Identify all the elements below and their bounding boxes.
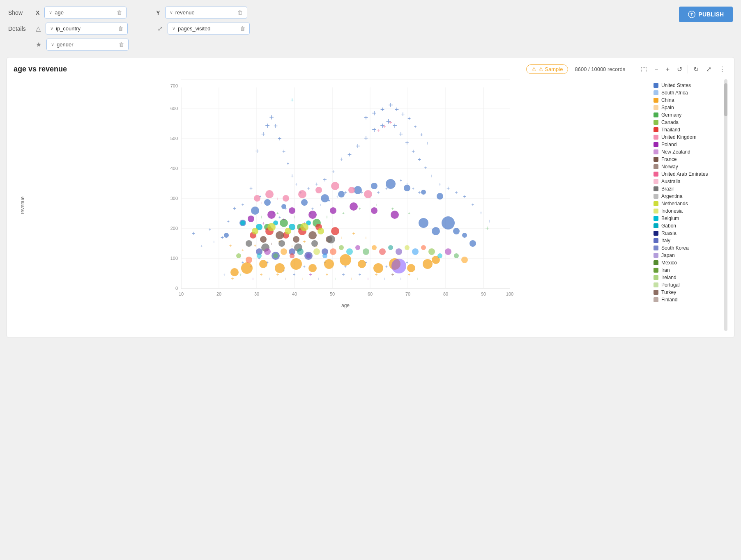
legend-label: United States [661, 83, 691, 88]
legend-color-swatch [654, 268, 658, 273]
color-field-selector[interactable]: ∨ ip_country 🗑 [46, 23, 128, 34]
svg-text:+: + [358, 206, 361, 212]
svg-point-218 [278, 240, 285, 247]
svg-point-238 [281, 248, 287, 255]
legend-color-swatch [654, 157, 658, 162]
legend-container: United States South Africa China Spain G… [649, 79, 727, 331]
refresh-button[interactable]: ↻ [691, 64, 701, 74]
legend-item: Thailand [654, 127, 718, 133]
legend-item: Iran [654, 267, 718, 273]
zoom-out-button[interactable]: − [652, 64, 660, 74]
legend-color-swatch [654, 194, 658, 199]
legend-color-swatch [654, 83, 658, 88]
more-button[interactable]: ⋮ [717, 64, 727, 74]
legend-label: Russia [661, 230, 677, 236]
svg-text:+: + [388, 101, 393, 110]
svg-text:+: + [389, 119, 392, 126]
svg-point-129 [432, 227, 440, 235]
svg-point-148 [259, 260, 267, 268]
svg-point-176 [267, 211, 276, 219]
legend-label: Argentina [661, 193, 682, 199]
svg-point-123 [371, 183, 377, 189]
svg-text:+: + [265, 121, 270, 130]
size-field-selector[interactable]: ∨ pages_visited 🗑 [168, 23, 250, 34]
legend-item: Ireland [654, 275, 718, 280]
svg-point-126 [421, 190, 426, 195]
shape-delete-icon[interactable]: 🗑 [119, 41, 124, 48]
legend-item: Belgium [654, 216, 718, 221]
svg-text:+: + [358, 272, 361, 278]
legend-item: United Kingdom [654, 134, 718, 140]
svg-text:+: + [375, 203, 377, 207]
x-delete-icon[interactable]: 🗑 [117, 9, 122, 16]
sample-badge[interactable]: ⚠ ⚠ Sample [526, 64, 568, 74]
svg-text:+: + [320, 203, 322, 207]
svg-text:+: + [285, 277, 287, 281]
svg-point-258 [445, 248, 451, 255]
color-delete-icon[interactable]: 🗑 [118, 25, 123, 32]
svg-point-232 [391, 259, 406, 273]
details-label: Details [8, 25, 31, 32]
svg-point-147 [241, 262, 253, 274]
svg-text:+: + [334, 277, 336, 281]
legend-item: China [654, 97, 718, 103]
y-field-selector[interactable]: ∨ revenue 🗑 [165, 7, 247, 18]
size-field-value: pages_visited [178, 25, 237, 32]
svg-text:+: + [276, 272, 279, 278]
svg-text:+: + [336, 195, 338, 199]
svg-point-240 [297, 248, 304, 255]
shape-icon: ★ [36, 41, 41, 48]
select-tool-button[interactable]: ⬚ [639, 64, 649, 74]
x-field-selector[interactable]: ∨ age 🗑 [44, 7, 127, 18]
svg-point-153 [340, 254, 351, 266]
legend-item: South Korea [654, 245, 718, 251]
publish-button[interactable]: PUBLISH [679, 7, 733, 22]
x-field-value: age [55, 9, 114, 16]
y-axis-label-ctrl: Y [156, 9, 160, 16]
scrollbar-thumb[interactable] [724, 83, 727, 116]
zoom-in-button[interactable]: + [664, 64, 672, 74]
svg-text:+: + [446, 185, 450, 191]
svg-text:+: + [391, 272, 394, 278]
svg-text:+: + [418, 156, 421, 163]
svg-text:400: 400 [170, 166, 178, 171]
svg-text:+: + [383, 277, 386, 281]
shape-field-selector[interactable]: ∨ gender 🗑 [46, 39, 129, 50]
svg-point-187 [265, 190, 274, 198]
size-delete-icon[interactable]: 🗑 [240, 25, 245, 32]
legend-item: Gabon [654, 223, 718, 229]
svg-point-192 [348, 187, 355, 193]
legend-label: Germany [661, 112, 681, 118]
svg-text:+: + [282, 148, 285, 154]
svg-text:+: + [231, 276, 234, 282]
svg-point-207 [308, 231, 317, 239]
svg-text:+: + [364, 114, 368, 122]
svg-text:+: + [303, 264, 306, 269]
legend-item: United States [654, 83, 718, 88]
svg-point-239 [290, 253, 295, 258]
expand-button[interactable]: ⤢ [704, 64, 713, 74]
svg-text:+: + [232, 205, 236, 212]
svg-point-223 [267, 223, 276, 231]
svg-point-216 [246, 240, 252, 247]
legend-color-swatch [654, 209, 658, 213]
chart-actions: ⬚ − + ↺ ↻ ⤢ ⋮ [639, 64, 727, 74]
legend-label: Japan [661, 252, 675, 258]
svg-point-132 [462, 233, 467, 238]
undo-button[interactable]: ↺ [675, 64, 684, 74]
legend-color-swatch [654, 260, 658, 265]
legend-label: Netherlands [661, 201, 688, 207]
scrollbar[interactable] [724, 79, 727, 331]
svg-text:+: + [412, 148, 415, 154]
svg-text:+: + [252, 277, 254, 281]
details-row: Details △ ∨ ip_country 🗑 ⤢ ∨ pages_visit… [8, 23, 733, 34]
svg-text:+: + [255, 147, 259, 154]
y-delete-icon[interactable]: 🗑 [237, 9, 243, 16]
svg-text:+: + [221, 234, 224, 241]
svg-text:+: + [261, 130, 266, 138]
svg-text:+: + [227, 219, 230, 224]
svg-point-233 [236, 253, 241, 258]
legend-item: Germany [654, 112, 718, 118]
svg-point-260 [461, 257, 468, 263]
svg-text:20: 20 [216, 291, 221, 296]
